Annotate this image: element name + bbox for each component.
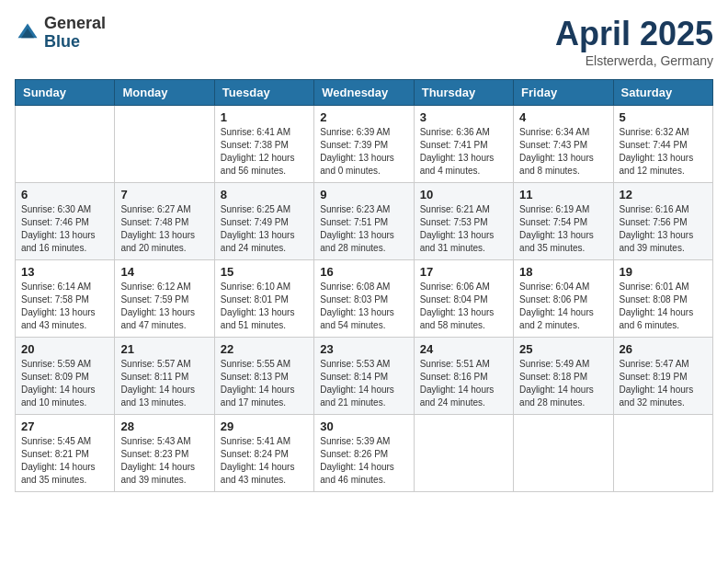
day-info: Sunrise: 5:39 AMSunset: 8:26 PMDaylight:… <box>320 435 407 487</box>
weekday-header: Friday <box>514 80 613 106</box>
weekday-header: Wednesday <box>314 80 414 106</box>
day-info: Sunrise: 5:57 AMSunset: 8:11 PMDaylight:… <box>120 358 208 409</box>
day-number: 1 <box>221 110 308 124</box>
day-number: 20 <box>21 342 108 356</box>
calendar-cell: 18Sunrise: 6:04 AMSunset: 8:06 PMDayligh… <box>514 260 613 338</box>
logo-blue-text: Blue <box>44 33 106 52</box>
day-info: Sunrise: 6:36 AMSunset: 7:41 PMDaylight:… <box>420 126 507 178</box>
day-info: Sunrise: 6:25 AMSunset: 7:49 PMDaylight:… <box>221 203 308 255</box>
day-number: 28 <box>120 419 208 433</box>
calendar-week-row: 27Sunrise: 5:45 AMSunset: 8:21 PMDayligh… <box>16 415 713 492</box>
calendar-cell <box>414 415 513 492</box>
day-info: Sunrise: 5:41 AMSunset: 8:24 PMDaylight:… <box>221 435 308 487</box>
day-number: 22 <box>221 342 308 356</box>
calendar-cell: 14Sunrise: 6:12 AMSunset: 7:59 PMDayligh… <box>115 260 214 338</box>
day-info: Sunrise: 5:43 AMSunset: 8:23 PMDaylight:… <box>120 435 208 487</box>
calendar-cell: 11Sunrise: 6:19 AMSunset: 7:54 PMDayligh… <box>514 183 613 260</box>
day-number: 18 <box>519 265 607 279</box>
day-number: 30 <box>320 419 407 433</box>
day-info: Sunrise: 6:04 AMSunset: 8:06 PMDaylight:… <box>519 281 607 332</box>
calendar-cell: 27Sunrise: 5:45 AMSunset: 8:21 PMDayligh… <box>16 415 115 492</box>
title-block: April 2025 Elsterwerda, Germany <box>555 15 713 68</box>
calendar-cell: 8Sunrise: 6:25 AMSunset: 7:49 PMDaylight… <box>214 183 313 260</box>
calendar-cell: 2Sunrise: 6:39 AMSunset: 7:39 PMDaylight… <box>314 106 414 183</box>
calendar-week-row: 13Sunrise: 6:14 AMSunset: 7:58 PMDayligh… <box>16 260 713 338</box>
calendar-cell: 13Sunrise: 6:14 AMSunset: 7:58 PMDayligh… <box>16 260 115 338</box>
day-info: Sunrise: 5:55 AMSunset: 8:13 PMDaylight:… <box>221 358 308 409</box>
day-info: Sunrise: 6:39 AMSunset: 7:39 PMDaylight:… <box>320 126 407 178</box>
calendar-cell: 5Sunrise: 6:32 AMSunset: 7:44 PMDaylight… <box>613 106 712 183</box>
calendar-cell <box>16 106 115 183</box>
calendar-cell: 22Sunrise: 5:55 AMSunset: 8:13 PMDayligh… <box>214 338 313 415</box>
calendar-week-row: 6Sunrise: 6:30 AMSunset: 7:46 PMDaylight… <box>16 183 713 260</box>
calendar-cell <box>514 415 613 492</box>
day-info: Sunrise: 6:23 AMSunset: 7:51 PMDaylight:… <box>320 203 407 255</box>
weekday-header: Saturday <box>613 80 712 106</box>
logo-general-text: General <box>44 15 106 33</box>
calendar-cell: 3Sunrise: 6:36 AMSunset: 7:41 PMDaylight… <box>414 106 513 183</box>
day-info: Sunrise: 6:01 AMSunset: 8:08 PMDaylight:… <box>620 281 707 332</box>
day-info: Sunrise: 6:06 AMSunset: 8:04 PMDaylight:… <box>420 281 507 332</box>
day-info: Sunrise: 5:45 AMSunset: 8:21 PMDaylight:… <box>21 435 108 487</box>
day-info: Sunrise: 6:14 AMSunset: 7:58 PMDaylight:… <box>21 281 108 332</box>
calendar-cell: 29Sunrise: 5:41 AMSunset: 8:24 PMDayligh… <box>214 415 313 492</box>
calendar-cell: 17Sunrise: 6:06 AMSunset: 8:04 PMDayligh… <box>414 260 513 338</box>
calendar-week-row: 1Sunrise: 6:41 AMSunset: 7:38 PMDaylight… <box>16 106 713 183</box>
month-title: April 2025 <box>555 15 713 53</box>
day-number: 17 <box>420 265 507 279</box>
calendar-cell: 28Sunrise: 5:43 AMSunset: 8:23 PMDayligh… <box>115 415 214 492</box>
calendar-cell: 19Sunrise: 6:01 AMSunset: 8:08 PMDayligh… <box>613 260 712 338</box>
day-number: 13 <box>21 265 108 279</box>
day-number: 16 <box>320 265 407 279</box>
calendar-week-row: 20Sunrise: 5:59 AMSunset: 8:09 PMDayligh… <box>16 338 713 415</box>
day-info: Sunrise: 6:08 AMSunset: 8:03 PMDaylight:… <box>320 281 407 332</box>
day-number: 15 <box>221 265 308 279</box>
day-number: 7 <box>120 188 208 201</box>
calendar-cell <box>115 106 214 183</box>
day-info: Sunrise: 6:41 AMSunset: 7:38 PMDaylight:… <box>221 126 308 178</box>
calendar-cell: 7Sunrise: 6:27 AMSunset: 7:48 PMDaylight… <box>115 183 214 260</box>
calendar-cell: 15Sunrise: 6:10 AMSunset: 8:01 PMDayligh… <box>214 260 313 338</box>
calendar-cell: 21Sunrise: 5:57 AMSunset: 8:11 PMDayligh… <box>115 338 214 415</box>
day-number: 11 <box>519 188 607 201</box>
day-number: 9 <box>320 188 407 201</box>
day-number: 24 <box>420 342 507 356</box>
day-number: 5 <box>620 110 707 124</box>
calendar-cell: 26Sunrise: 5:47 AMSunset: 8:19 PMDayligh… <box>613 338 712 415</box>
day-number: 10 <box>420 188 507 201</box>
day-info: Sunrise: 5:49 AMSunset: 8:18 PMDaylight:… <box>519 358 607 409</box>
day-info: Sunrise: 6:12 AMSunset: 7:59 PMDaylight:… <box>120 281 208 332</box>
calendar-cell: 12Sunrise: 6:16 AMSunset: 7:56 PMDayligh… <box>613 183 712 260</box>
calendar-table: SundayMondayTuesdayWednesdayThursdayFrid… <box>15 79 713 492</box>
day-number: 25 <box>519 342 607 356</box>
calendar-cell: 25Sunrise: 5:49 AMSunset: 8:18 PMDayligh… <box>514 338 613 415</box>
logo-text: General Blue <box>44 15 106 52</box>
logo: General Blue <box>15 15 106 52</box>
day-number: 14 <box>120 265 208 279</box>
day-number: 12 <box>620 188 707 201</box>
day-info: Sunrise: 6:21 AMSunset: 7:53 PMDaylight:… <box>420 203 507 255</box>
calendar-cell: 9Sunrise: 6:23 AMSunset: 7:51 PMDaylight… <box>314 183 414 260</box>
day-number: 8 <box>221 188 308 201</box>
day-info: Sunrise: 6:19 AMSunset: 7:54 PMDaylight:… <box>519 203 607 255</box>
calendar-cell: 10Sunrise: 6:21 AMSunset: 7:53 PMDayligh… <box>414 183 513 260</box>
calendar-cell: 24Sunrise: 5:51 AMSunset: 8:16 PMDayligh… <box>414 338 513 415</box>
day-info: Sunrise: 6:27 AMSunset: 7:48 PMDaylight:… <box>120 203 208 255</box>
day-info: Sunrise: 5:53 AMSunset: 8:14 PMDaylight:… <box>320 358 407 409</box>
day-number: 26 <box>620 342 707 356</box>
page-header: General Blue April 2025 Elsterwerda, Ger… <box>15 15 713 68</box>
calendar-cell: 23Sunrise: 5:53 AMSunset: 8:14 PMDayligh… <box>314 338 414 415</box>
location-text: Elsterwerda, Germany <box>555 53 713 68</box>
day-number: 29 <box>221 419 308 433</box>
day-number: 19 <box>620 265 707 279</box>
day-number: 21 <box>120 342 208 356</box>
weekday-header: Tuesday <box>214 80 313 106</box>
day-number: 6 <box>21 188 108 201</box>
day-number: 4 <box>519 110 607 124</box>
day-number: 23 <box>320 342 407 356</box>
calendar-cell: 1Sunrise: 6:41 AMSunset: 7:38 PMDaylight… <box>214 106 313 183</box>
day-info: Sunrise: 6:10 AMSunset: 8:01 PMDaylight:… <box>221 281 308 332</box>
day-info: Sunrise: 6:32 AMSunset: 7:44 PMDaylight:… <box>620 126 707 178</box>
calendar-cell <box>613 415 712 492</box>
day-number: 3 <box>420 110 507 124</box>
